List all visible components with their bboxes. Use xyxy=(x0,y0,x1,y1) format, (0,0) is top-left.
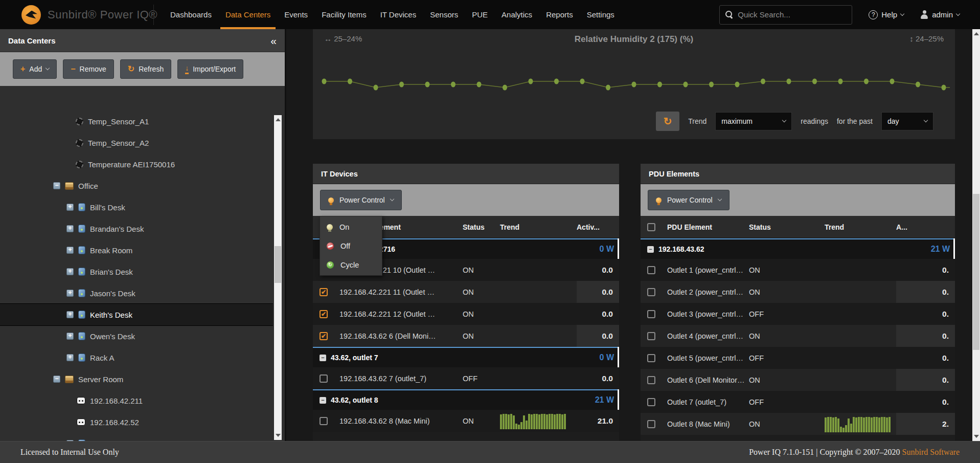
row-checkbox[interactable] xyxy=(647,398,655,406)
scroll-down-icon[interactable] xyxy=(276,434,281,437)
row-checkbox[interactable] xyxy=(647,332,655,340)
tree-item-temp-sensor-a1[interactable]: Temp_Sensor_A1 xyxy=(0,115,273,132)
table-row[interactable]: Outlet 4 (power_cntrl…ON0. xyxy=(641,325,955,347)
tree-item-rack-a[interactable]: +Rack A xyxy=(0,347,273,368)
power-menu-item-cycle[interactable]: ↻Cycle xyxy=(320,255,382,274)
power-control-button[interactable]: Power Control xyxy=(320,190,402,210)
sunbird-software-link[interactable]: Sunbird Software xyxy=(902,448,960,456)
row-checkbox[interactable] xyxy=(320,374,328,383)
tree-item-bill-s-desk[interactable]: +Bill's Desk xyxy=(0,196,273,218)
collapse-sidebar-icon[interactable]: « xyxy=(270,35,277,46)
table-row[interactable]: ✔192.168.42.221 12 (Outlet …ON0.0 xyxy=(313,303,619,325)
select-all-checkbox[interactable] xyxy=(647,223,655,231)
sidebar-scrollbar[interactable] xyxy=(274,115,282,440)
tree-item-jason-s-desk[interactable]: +Jason's Desk xyxy=(0,282,273,304)
nav-item-data-centers[interactable]: Data Centers xyxy=(225,0,270,29)
table-row[interactable]: Outlet 5 (power_cntrl…OFF0. xyxy=(641,347,955,369)
remove-button[interactable]: −Remove xyxy=(63,59,113,79)
page-scrollbar[interactable] xyxy=(972,29,980,441)
tree-item-brandan-s-desk[interactable]: +Brandan's Desk xyxy=(0,218,273,239)
nav-item-dashboards[interactable]: Dashboards xyxy=(170,0,212,29)
user-menu[interactable]: admin xyxy=(920,10,960,19)
row-checkbox[interactable] xyxy=(647,266,655,274)
table-row[interactable]: Outlet 8 (Mac Mini)ON2. xyxy=(641,413,955,435)
table-row[interactable]: Outlet 7 (outlet_7)OFF0. xyxy=(641,391,955,413)
expand-plus-icon[interactable]: + xyxy=(66,333,74,340)
import-export-button[interactable]: ↓Import/Export xyxy=(177,59,243,79)
table-row[interactable]: ✔192.168.43.62 6 (Dell Moni…ON0.0 xyxy=(313,325,619,347)
table-row[interactable]: Outlet 3 (power_cntrl…OFF0. xyxy=(641,303,955,325)
tree-item-office[interactable]: −Office xyxy=(0,175,273,196)
table-row[interactable]: Outlet 1 (power_cntrl…ON0. xyxy=(641,259,955,281)
expand-plus-icon[interactable]: + xyxy=(66,290,74,297)
table-row[interactable]: 192.168.43.62 8 (Mac Mini)ON21.0 xyxy=(313,410,619,432)
nav-item-analytics[interactable]: Analytics xyxy=(502,0,532,29)
period-select[interactable]: day xyxy=(881,112,933,130)
nav-item-sensors[interactable]: Sensors xyxy=(430,0,458,29)
pdu-elements-toolbar: Power Control xyxy=(641,184,955,216)
power-control-button[interactable]: Power Control xyxy=(648,190,730,210)
nav-item-events[interactable]: Events xyxy=(284,0,308,29)
expand-plus-icon[interactable]: + xyxy=(66,204,74,211)
help-menu[interactable]: ? Help xyxy=(869,10,904,19)
expand-plus-icon[interactable]: + xyxy=(66,225,74,232)
row-checkbox[interactable]: ✔ xyxy=(320,332,328,340)
scroll-down-icon[interactable] xyxy=(974,435,979,438)
tree-item-server-room[interactable]: −Server Room xyxy=(0,368,273,390)
tree-item-demo-rack[interactable]: −Demo Rack xyxy=(0,433,273,441)
table-row[interactable]: ✔192.168.42.221 11 (Outlet …ON0.0 xyxy=(313,281,619,303)
nav-item-pue[interactable]: PUE xyxy=(472,0,488,29)
power-menu-item-off[interactable]: Off xyxy=(320,236,382,255)
group-row-43-62-outlet-7[interactable]: −43.62, outlet 70 W xyxy=(313,347,619,367)
expand-plus-icon[interactable]: + xyxy=(66,268,74,275)
row-checkbox[interactable] xyxy=(647,310,655,318)
collapse-minus-icon[interactable]: − xyxy=(53,376,60,383)
scroll-up-icon[interactable] xyxy=(974,32,979,35)
row-checkbox[interactable] xyxy=(647,288,655,296)
expand-plus-icon[interactable]: + xyxy=(66,354,74,361)
collapse-minus-icon[interactable]: − xyxy=(53,182,60,189)
nav-item-settings[interactable]: Settings xyxy=(587,0,614,29)
row-checkbox[interactable] xyxy=(320,417,328,425)
tree-item-label: Brian's Desk xyxy=(90,268,133,276)
group-row-43-62-outlet-8[interactable]: −43.62, outlet 821 W xyxy=(313,389,619,410)
row-checkbox[interactable] xyxy=(647,420,655,428)
scroll-up-icon[interactable] xyxy=(276,118,281,121)
collapse-group-icon[interactable]: − xyxy=(320,355,326,361)
rack-icon xyxy=(78,203,85,211)
brand-logo[interactable]: Sunbird® Power IQ® xyxy=(0,5,153,25)
nav-item-it-devices[interactable]: IT Devices xyxy=(380,0,417,29)
tree-item-192-168-42-211[interactable]: 192.168.42.211 xyxy=(0,390,273,411)
expand-plus-icon[interactable]: + xyxy=(66,247,74,254)
expand-plus-icon[interactable]: + xyxy=(66,311,74,318)
scrollbar-thumb[interactable] xyxy=(275,246,281,283)
refresh-chart-button[interactable]: ↻ xyxy=(656,112,679,131)
aggregation-select[interactable]: maximum xyxy=(715,112,792,130)
table-row[interactable]: Outlet 2 (power_cntrl…ON0. xyxy=(641,281,955,303)
group-row-192-168-43-62[interactable]: −192.168.43.6221 W xyxy=(641,238,955,259)
quick-search-box[interactable] xyxy=(719,5,852,25)
tree-item-192-168-42-52[interactable]: 192.168.42.52 xyxy=(0,411,273,433)
row-checkbox[interactable]: ✔ xyxy=(320,288,328,296)
row-checkbox[interactable]: ✔ xyxy=(320,310,328,318)
tree-item-temp-sensor-a2[interactable]: Temp_Sensor_A2 xyxy=(0,132,273,153)
nav-item-facility-items[interactable]: Facility Items xyxy=(322,0,367,29)
search-input[interactable] xyxy=(738,10,842,19)
table-row[interactable]: 192.168.43.62 7 (outlet_7)OFF0.0 xyxy=(313,367,619,389)
scrollbar-thumb[interactable] xyxy=(973,194,979,350)
nav-item-reports[interactable]: Reports xyxy=(546,0,573,29)
collapse-group-icon[interactable]: − xyxy=(647,246,654,253)
row-checkbox[interactable] xyxy=(647,354,655,362)
tree-item-owen-s-desk[interactable]: +Owen's Desk xyxy=(0,325,273,347)
power-menu-item-on[interactable]: On xyxy=(320,217,382,236)
tree-item-temperature-aei1750016[interactable]: Temperature AEI1750016 xyxy=(0,153,273,175)
table-row[interactable]: Outlet 6 (Dell Monitor…ON0. xyxy=(641,369,955,391)
tree-item-keith-s-desk[interactable]: +Keith's Desk xyxy=(0,304,273,325)
tree-item-break-room[interactable]: +Break Room xyxy=(0,239,273,261)
add-button[interactable]: +Add xyxy=(13,59,57,79)
row-checkbox[interactable] xyxy=(647,376,655,384)
tree-item-brian-s-desk[interactable]: +Brian's Desk xyxy=(0,261,273,282)
refresh-button[interactable]: ↻Refresh xyxy=(120,59,171,79)
column-header-trend: Trend xyxy=(825,223,896,231)
collapse-group-icon[interactable]: − xyxy=(320,397,326,404)
